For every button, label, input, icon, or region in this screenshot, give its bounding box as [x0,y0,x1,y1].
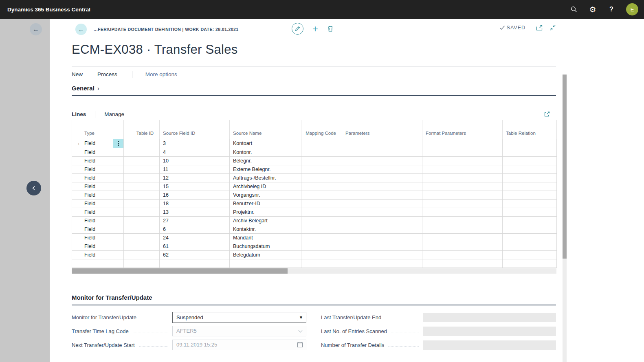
cell-type[interactable]: Field [72,225,113,233]
cell-source-name[interactable]: Auftrags-/Bestellnr. [230,173,301,182]
cell-type[interactable]: Field [72,216,113,225]
table-row[interactable]: Field62Belegdatum [72,250,557,259]
cell-table-id[interactable] [124,139,160,148]
cell-source-name[interactable]: Mandant [230,233,301,242]
general-section-header[interactable]: General› [72,85,556,96]
cell-table-relation[interactable] [503,173,557,182]
cell-source-name[interactable]: Kontonr. [230,148,301,156]
previous-record-button[interactable] [26,181,41,195]
cell-format-parameters[interactable] [422,259,503,268]
cell-table-id[interactable] [124,182,160,191]
table-row[interactable]: Field27Archiv Belegart [72,216,557,225]
cell-format-parameters[interactable] [422,225,503,233]
cell-type[interactable]: Field [72,148,113,156]
cell-type[interactable]: →Field [72,139,113,148]
monitor-section-header[interactable]: Monitor for Transfer/Update [72,294,556,305]
cell-mapping-code[interactable] [301,259,342,268]
cell-parameters[interactable] [342,165,422,173]
cell-mapping-code[interactable] [301,191,342,199]
back-button[interactable]: ← [75,24,87,35]
cell-mapping-code[interactable] [301,250,342,259]
table-row[interactable]: Field15Archivbeleg ID [72,182,557,191]
cell-format-parameters[interactable] [422,191,503,199]
cell-row-menu[interactable] [113,148,124,156]
cell-table-relation[interactable] [503,225,557,233]
col-parameters[interactable]: Parameters [342,120,422,139]
table-row[interactable]: Field12Auftrags-/Bestellnr. [72,173,557,182]
cell-source-field-id[interactable]: 3 [160,139,230,148]
cell-mapping-code[interactable] [301,216,342,225]
cell-source-name[interactable] [230,259,301,268]
cell-source-field-id[interactable] [160,259,230,268]
row-kebab-menu-icon[interactable] [113,139,123,148]
cell-parameters[interactable] [342,139,422,148]
cell-row-menu[interactable] [113,191,124,199]
cell-row-menu[interactable] [113,208,124,216]
cell-type[interactable]: Field [72,208,113,216]
cell-mapping-code[interactable] [301,156,342,165]
cell-parameters[interactable] [342,250,422,259]
cell-source-field-id[interactable]: 6 [160,225,230,233]
cell-table-id[interactable] [124,165,160,173]
table-row[interactable]: Field4Kontonr. [72,148,557,156]
horizontal-scrollbar-thumb[interactable] [72,268,288,274]
empty-row[interactable] [72,259,557,268]
table-row[interactable]: Field13Projektnr. [72,208,557,216]
avatar[interactable]: E [626,3,638,15]
vertical-scrollbar[interactable] [563,75,567,362]
cell-type[interactable]: Field [72,182,113,191]
cell-type[interactable]: Field [72,173,113,182]
cell-table-relation[interactable] [503,156,557,165]
cell-row-menu[interactable] [113,216,124,225]
monitor-select[interactable]: Suspended ▼ [172,312,306,323]
focus-mode-icon[interactable] [543,111,550,118]
cell-parameters[interactable] [342,259,422,268]
cell-table-relation[interactable] [503,216,557,225]
col-table-relation[interactable]: Table Relation [503,120,557,139]
cell-type[interactable]: Field [72,199,113,208]
open-in-new-window-icon[interactable] [536,25,543,31]
cell-row-menu[interactable] [113,165,124,173]
cell-source-name[interactable]: Projektnr. [230,208,301,216]
cell-source-field-id[interactable]: 11 [160,165,230,173]
cell-type[interactable]: Field [72,242,113,250]
cell-source-name[interactable]: Belegdatum [230,250,301,259]
cell-row-menu[interactable] [113,250,124,259]
tab-manage[interactable]: Manage [104,111,124,117]
cell-mapping-code[interactable] [301,148,342,156]
cell-row-menu[interactable] [113,225,124,233]
cell-mapping-code[interactable] [301,173,342,182]
cell-parameters[interactable] [342,242,422,250]
table-row[interactable]: Field24Mandant [72,233,557,242]
cell-type[interactable]: Field [72,165,113,173]
cell-type[interactable]: Field [72,250,113,259]
cell-mapping-code[interactable] [301,242,342,250]
cell-table-relation[interactable] [503,148,557,156]
cell-mapping-code[interactable] [301,208,342,216]
cell-table-id[interactable] [124,173,160,182]
cell-parameters[interactable] [342,233,422,242]
cell-table-id[interactable] [124,233,160,242]
edit-button[interactable] [292,23,303,35]
table-row[interactable]: Field10Belegnr. [72,156,557,165]
cell-format-parameters[interactable] [422,216,503,225]
cell-source-field-id[interactable]: 27 [160,216,230,225]
cell-format-parameters[interactable] [422,139,503,148]
cell-type[interactable]: Field [72,156,113,165]
table-row[interactable]: Field6Kontaktnr. [72,225,557,233]
cell-source-name[interactable]: Buchungsdatum [230,242,301,250]
help-icon[interactable]: ? [607,5,615,13]
breadcrumb[interactable]: ...FER/UPDATE DOCUMENT DEFINITION | WORK… [94,27,239,32]
new-button-icon[interactable]: + [312,24,318,34]
cell-table-id[interactable] [124,225,160,233]
tab-lines[interactable]: Lines [72,111,86,117]
cell-source-field-id[interactable]: 15 [160,182,230,191]
cell-parameters[interactable] [342,216,422,225]
cell-table-relation[interactable] [503,199,557,208]
cell-table-id[interactable] [124,199,160,208]
cell-source-name[interactable]: Archiv Belegart [230,216,301,225]
cell-parameters[interactable] [342,225,422,233]
col-table-id[interactable]: Table ID [124,120,160,139]
collapse-window-icon[interactable] [549,24,556,31]
cell-row-menu[interactable] [113,259,124,268]
